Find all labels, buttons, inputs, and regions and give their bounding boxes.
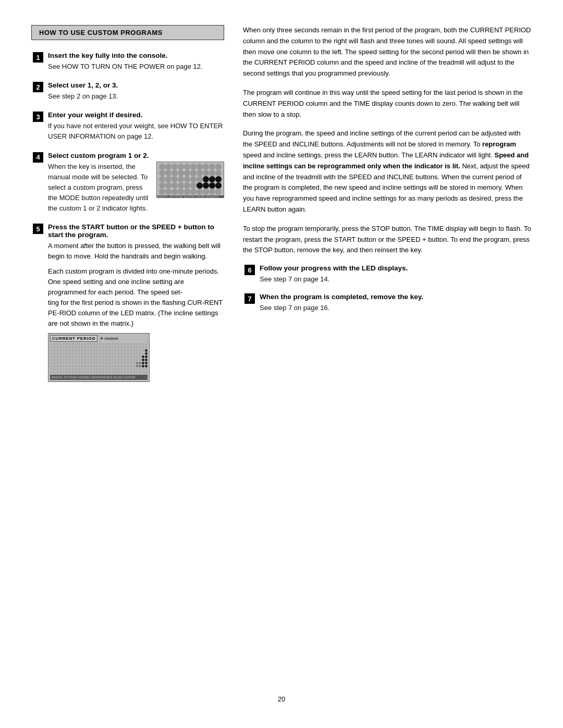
right-para-1: When only three seconds remain in the fi… bbox=[243, 25, 532, 79]
step-2-body: See step 2 on page 13. bbox=[48, 91, 224, 102]
step-1-body: See HOW TO TURN ON THE POWER on page 12. bbox=[48, 61, 224, 72]
step-4-block: 4 Select custom program 1 or 2. When the… bbox=[31, 152, 224, 214]
step-7-title: When the program is completed, remove th… bbox=[260, 293, 532, 301]
step-1-num-box: 1 bbox=[33, 52, 43, 63]
step-1-num: 1 bbox=[31, 52, 45, 63]
right-para-2: The program will continue in this way un… bbox=[243, 88, 532, 120]
header-title: HOW TO USE CUSTOM PROGRAMS bbox=[39, 29, 163, 36]
console-panel-image: MANUAL FAT BURN AEROBIC PERFORMANCE PULS… bbox=[156, 162, 224, 198]
console-dots-grid bbox=[157, 162, 224, 195]
step-3-body: If you have not entered your weight, see… bbox=[48, 121, 224, 142]
step-4-num-box: 4 bbox=[33, 152, 43, 163]
page-number: 20 bbox=[31, 695, 532, 703]
speed-incline-bold: Speed and incline settings can be reprog… bbox=[243, 151, 529, 170]
step-2-content: Select user 1, 2, or 3. See step 2 on pa… bbox=[45, 81, 224, 102]
matrix-bottom-bar: MANUAL FAT BURN AEROBIC PERFORMANCE PULS… bbox=[50, 375, 148, 380]
step-5-content: Press the START button or the SPEED + bu… bbox=[45, 223, 224, 382]
matrix-top-bar: CURRENT PERIOD ➤ reebok bbox=[50, 335, 148, 342]
step-4-num: 4 bbox=[31, 152, 45, 163]
step-7-num: 7 bbox=[243, 293, 256, 304]
step-5-num: 5 bbox=[31, 223, 45, 234]
step-2-block: 2 Select user 1, 2, or 3. See step 2 on … bbox=[31, 81, 224, 102]
reebok-logo: ➤ reebok bbox=[100, 336, 118, 341]
step-3-num-box: 3 bbox=[33, 112, 43, 122]
step-5-para2: Each custom program is divided into one-… bbox=[48, 266, 224, 329]
step-7-num-box: 7 bbox=[244, 293, 255, 304]
right-column: When only three seconds remain in the fi… bbox=[243, 25, 532, 683]
matrix-bottom-label: MANUAL FAT BURN AEROBIC PERFORMANCE PULS… bbox=[52, 376, 136, 379]
right-para-4: To stop the program temporarily, press t… bbox=[243, 224, 532, 256]
right-para-3: During the program, the speed and inclin… bbox=[243, 128, 532, 215]
step-5-body1: A moment after the button is pressed, th… bbox=[48, 241, 224, 329]
step-7-block: 7 When the program is completed, remove … bbox=[243, 293, 532, 313]
step-2-num: 2 bbox=[31, 81, 45, 92]
step-6-title: Follow your progress with the LED displa… bbox=[260, 264, 532, 272]
console-panel-label: MANUAL FAT BURN AEROBIC PERFORMANCE PULS… bbox=[157, 195, 224, 198]
step-4-content: Select custom program 1 or 2. When the k… bbox=[45, 152, 224, 214]
step-1-title: Insert the key fully into the console. bbox=[48, 52, 224, 59]
page: HOW TO USE CUSTOM PROGRAMS 1 Insert the … bbox=[0, 0, 563, 728]
step-1-content: Insert the key fully into the console. S… bbox=[45, 52, 224, 72]
step-3-content: Enter your weight if desired. If you hav… bbox=[45, 111, 224, 142]
step-7-body: See step 7 on page 16. bbox=[260, 303, 532, 313]
step-6-content: Follow your progress with the LED displa… bbox=[256, 264, 532, 285]
step-3-block: 3 Enter your weight if desired. If you h… bbox=[31, 111, 224, 142]
step-4-text: When the key is inserted, the manual mod… bbox=[48, 162, 152, 214]
step-3-num: 3 bbox=[31, 111, 45, 122]
left-column: HOW TO USE CUSTOM PROGRAMS 1 Insert the … bbox=[31, 25, 224, 683]
step-4-inner: When the key is inserted, the manual mod… bbox=[48, 162, 224, 214]
section-header: HOW TO USE CUSTOM PROGRAMS bbox=[31, 25, 224, 40]
step-6-block: 6 Follow your progress with the LED disp… bbox=[243, 264, 532, 285]
step-6-num: 6 bbox=[243, 264, 256, 275]
led-matrix-image: CURRENT PERIOD ➤ reebok MANUAL FAT BURN … bbox=[48, 333, 150, 382]
step-2-title: Select user 1, 2, or 3. bbox=[48, 81, 224, 89]
step-6-body: See step 7 on page 14. bbox=[260, 274, 532, 285]
console-panel-bottom: MANUAL FAT BURN AEROBIC PERFORMANCE PULS… bbox=[157, 195, 224, 198]
matrix-dot-grid bbox=[50, 343, 148, 374]
step-3-title: Enter your weight if desired. bbox=[48, 111, 224, 119]
step-2-num-box: 2 bbox=[33, 82, 43, 92]
step-4-title: Select custom program 1 or 2. bbox=[48, 152, 224, 159]
step-4-body: When the key is inserted, the manual mod… bbox=[48, 162, 152, 214]
step-6-num-box: 6 bbox=[244, 265, 255, 275]
step-5-block: 5 Press the START button or the SPEED + … bbox=[31, 223, 224, 382]
step-5-num-box: 5 bbox=[33, 224, 43, 234]
step-5-para1: A moment after the button is pressed, th… bbox=[48, 241, 224, 262]
step-1-block: 1 Insert the key fully into the console.… bbox=[31, 52, 224, 72]
matrix-label: CURRENT PERIOD bbox=[50, 335, 97, 342]
reprogram-bold: reprogram bbox=[482, 140, 516, 148]
step-7-content: When the program is completed, remove th… bbox=[256, 293, 532, 313]
step-5-title: Press the START button or the SPEED + bu… bbox=[48, 223, 224, 239]
two-column-layout: HOW TO USE CUSTOM PROGRAMS 1 Insert the … bbox=[31, 25, 532, 683]
